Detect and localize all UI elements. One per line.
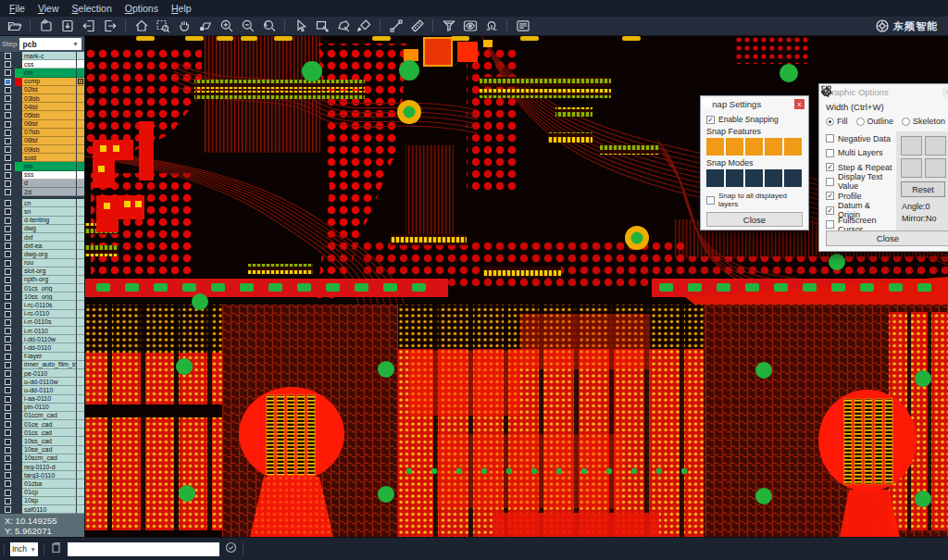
layer-row-07lsb[interactable]: 07lsb: [0, 129, 84, 137]
layer-name[interactable]: 01cs_orig: [22, 284, 76, 292]
snap-feature-text-button[interactable]: [784, 138, 802, 156]
layer-name[interactable]: rou: [22, 259, 76, 268]
checkbox[interactable]: [826, 206, 834, 215]
layer-row-d-tenting[interactable]: d-tenting: [0, 217, 84, 225]
pcb-canvas[interactable]: Snap Settings x Enable Snapping Snap Fea…: [84, 36, 948, 537]
layer-visibility-checkbox[interactable]: [0, 420, 15, 429]
select-polygon-icon[interactable]: [333, 18, 353, 35]
reset-button[interactable]: Reset: [901, 181, 945, 197]
layer-name[interactable]: 07lsb: [22, 129, 76, 137]
snap-all-layers-checkbox[interactable]: Snap to all displayed layers: [706, 192, 803, 208]
layer-row-npth-org[interactable]: npth-org: [0, 276, 84, 284]
layer-row-dxf[interactable]: dxf: [0, 233, 84, 242]
close-icon[interactable]: x: [794, 99, 805, 109]
layer-row-cn[interactable]: cn: [0, 199, 84, 207]
layer-visibility-checkbox[interactable]: [0, 292, 15, 301]
layer-visibility-checkbox[interactable]: [0, 489, 15, 497]
layer-row-01cba[interactable]: 01cba: [0, 479, 84, 488]
layer-visibility-checkbox[interactable]: [0, 103, 15, 111]
layer-row-pin-0110[interactable]: pin-0110: [0, 404, 84, 412]
layer-visibility-checkbox[interactable]: [0, 137, 15, 145]
zoom-region-icon[interactable]: [153, 18, 172, 35]
layer-visibility-checkbox[interactable]: [0, 171, 15, 180]
layer-visibility-checkbox[interactable]: [0, 242, 15, 250]
new-page-icon[interactable]: [50, 541, 62, 557]
layer-visibility-checkbox[interactable]: [0, 225, 15, 233]
layer-row-rou[interactable]: rou: [0, 259, 84, 268]
layer-visibility-checkbox[interactable]: [0, 471, 15, 479]
mirror-vertical-button[interactable]: [925, 158, 946, 178]
layer-name[interactable]: 05lsb: [22, 111, 76, 119]
layer-row-i-aa-0110[interactable]: i-aa-0110: [0, 395, 84, 404]
layer-row-01ce_cad[interactable]: 01ce_cad: [0, 420, 84, 429]
option-multi-layers[interactable]: Multi Layers: [826, 146, 892, 161]
layer-name[interactable]: sm: [22, 162, 76, 170]
layer-name[interactable]: css: [22, 60, 76, 68]
menu-view[interactable]: View: [32, 1, 67, 16]
layer-visibility-checkbox[interactable]: [0, 111, 15, 119]
unit-select[interactable]: Inch ▼: [10, 542, 38, 556]
menu-help[interactable]: Help: [166, 1, 199, 16]
zoom-in-icon[interactable]: [217, 18, 236, 35]
zoom-previous-icon[interactable]: [259, 18, 279, 35]
layer-visibility-checkbox[interactable]: [0, 412, 15, 420]
layer-row-i-rc-0110s[interactable]: i-rc-0110s: [0, 301, 84, 309]
layer-name[interactable]: i-dd-0110: [22, 343, 76, 352]
checkbox[interactable]: [826, 134, 834, 143]
layer-row-dxf-ea[interactable]: dxf-ea: [0, 242, 84, 250]
layer-row-mark-c[interactable]: mark-c: [0, 52, 84, 60]
filter-icon[interactable]: [439, 18, 458, 35]
layer-name[interactable]: 10scm_cad: [22, 454, 76, 463]
layer-name[interactable]: 02lst: [22, 86, 76, 94]
notes-panel-icon[interactable]: [513, 18, 532, 35]
layer-name[interactable]: i-dd-0110w: [22, 335, 76, 343]
layer-name[interactable]: pin-0110: [22, 404, 76, 412]
layer-visibility-checkbox[interactable]: [0, 343, 15, 352]
layer-row-sold[interactable]: sold: [0, 154, 84, 162]
file-download-icon[interactable]: [57, 18, 77, 35]
snap-coil-icon[interactable]: [481, 18, 501, 35]
layer-row-sss[interactable]: sss: [0, 171, 84, 180]
enable-snapping-checkbox[interactable]: Enable Snapping: [706, 115, 803, 124]
layer-visibility-checkbox[interactable]: [0, 335, 15, 343]
layer-name[interactable]: 2d: [22, 188, 76, 196]
layer-visibility-checkbox[interactable]: [0, 429, 15, 437]
layer-visibility-checkbox[interactable]: [0, 497, 15, 505]
file-export-icon[interactable]: [100, 18, 119, 35]
layer-name[interactable]: 01cs_cad: [22, 429, 76, 437]
snap-feature-line-button[interactable]: [706, 138, 724, 156]
layer-row-10ss_cad[interactable]: 10ss_cad: [0, 437, 84, 445]
layer-visibility-checkbox[interactable]: [0, 207, 15, 216]
layer-row-04lst[interactable]: 04lst: [0, 103, 84, 111]
layer-name[interactable]: 10ss_orig: [22, 292, 76, 301]
layer-name[interactable]: dxf-ea: [22, 242, 76, 250]
snap-mode-slot-button[interactable]: [765, 169, 782, 187]
rotate-ccw-button[interactable]: [925, 136, 946, 156]
layer-name[interactable]: 01ce_cad: [22, 420, 76, 429]
layer-row-10sp[interactable]: 10sp: [0, 497, 84, 505]
select-arrow-icon[interactable]: [291, 18, 310, 35]
layer-row-sm[interactable]: sm: [0, 162, 84, 170]
layer-row-inner_auto_film_symb[interactable]: inner_auto_film_symb: [0, 361, 84, 369]
snap-feature-surface-button[interactable]: [745, 138, 763, 156]
eye-icon[interactable]: [460, 18, 480, 35]
layer-visibility-checkbox[interactable]: [0, 120, 15, 129]
layer-row-dwg-org[interactable]: dwg-org: [0, 250, 84, 258]
layer-row-10scm_cad[interactable]: 10scm_cad: [0, 454, 84, 463]
measure-line-icon[interactable]: [386, 18, 405, 35]
layer-name[interactable]: pe-0110: [22, 369, 76, 378]
layer-name[interactable]: i-rc-0110: [22, 310, 76, 318]
layer-visibility-checkbox[interactable]: [0, 463, 15, 471]
snap-feature-arc-button[interactable]: [765, 138, 782, 156]
layer-row-05lsb[interactable]: 05lsb: [0, 111, 84, 119]
layer-visibility-checkbox[interactable]: [0, 479, 15, 488]
menu-options[interactable]: Options: [119, 1, 166, 16]
layer-row-10ss_orig[interactable]: 10ss_orig: [0, 292, 84, 301]
layer-row-d[interactable]: d: [0, 180, 84, 188]
layer-row-pe-0110[interactable]: pe-0110: [0, 369, 84, 378]
layer-visibility-checkbox[interactable]: [0, 86, 15, 94]
ruler-icon[interactable]: [407, 18, 427, 35]
layer-row-2d[interactable]: 2d: [0, 188, 84, 196]
layer-visibility-checkbox[interactable]: [0, 180, 15, 188]
layer-row-i-dd-0110w[interactable]: i-dd-0110w: [0, 335, 84, 343]
